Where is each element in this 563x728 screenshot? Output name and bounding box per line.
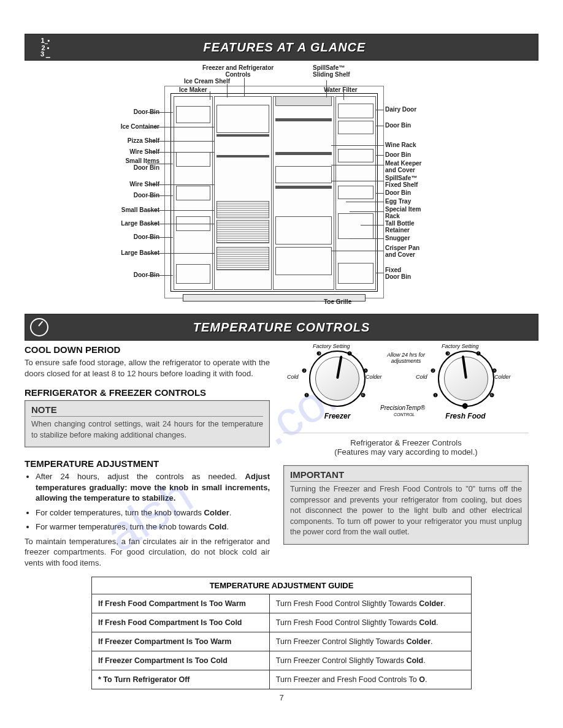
note-body: When changing control settings, wait 24 … xyxy=(31,419,263,441)
lbl-right-3: Door Bin xyxy=(385,151,411,158)
maintain-body: To maintain temperatures, a fan circulat… xyxy=(25,536,270,569)
factory-setting-1: Factory Setting xyxy=(313,343,350,349)
right-column: Factory Setting Cold Colder ❶ ❷ ❸ ❹ ❺ ❻ … xyxy=(283,341,529,571)
important-box: IMPORTANT Turning the Freezer and Fresh … xyxy=(283,465,529,545)
cold-2: Cold xyxy=(416,374,427,380)
lbl-ice-maker: Ice Maker xyxy=(179,86,207,93)
bullet-3: For warmer temperatures, turn the knob t… xyxy=(36,521,270,533)
cold-1: Cold xyxy=(287,374,299,380)
lbl-right-2: Wine Rack xyxy=(385,142,416,148)
lbl-toe-grille: Toe Grille xyxy=(324,298,351,305)
table-row: If Freezer Compartment Is Too WarmTurn F… xyxy=(92,632,472,651)
temp-adjustment-table: TEMPERATURE ADJUSTMENT GUIDE If Fresh Fo… xyxy=(91,577,472,689)
adj-bullets: After 24 hours, adjust the controls as n… xyxy=(36,471,270,533)
cool-down-body: To ensure safe food storage, allow the r… xyxy=(25,357,270,379)
temperature-controls-banner: TEMPERATURE CONTROLS xyxy=(25,314,538,341)
banner-title: FEATURES AT A GLANCE xyxy=(59,40,538,55)
lbl-right-5: SpillSafe™ Fixed Shelf xyxy=(385,175,418,188)
factory-setting-2: Factory Setting xyxy=(442,343,479,349)
note-box: NOTE When changing control settings, wai… xyxy=(25,400,270,447)
colder-2: Colder xyxy=(494,374,511,380)
important-body: Turning the Freezer and Fresh Food Contr… xyxy=(290,484,522,538)
lbl-right-10: Snugger xyxy=(385,235,410,241)
steps-123-icon: 1⎯▪2 ▪3 ⎯ xyxy=(25,34,59,60)
lbl-ice-cream-shelf: Ice Cream Shelf xyxy=(184,78,230,85)
colder-1: Colder xyxy=(366,374,382,380)
lbl-freezer-refrig-controls: Freezer and Refrigerator Controls xyxy=(202,64,274,78)
table-row: If Freezer Compartment Is Too ColdTurn F… xyxy=(92,651,472,670)
temp-adj-heading: TEMPERATURE ADJUSTMENT xyxy=(25,458,270,469)
features-banner: 1⎯▪2 ▪3 ⎯ FEATURES AT A GLANCE xyxy=(25,34,538,61)
lbl-right-7: Egg Tray xyxy=(385,198,411,205)
lbl-right-6: Door Bin xyxy=(385,189,411,196)
lbl-water-filter: Water Filter xyxy=(324,86,358,93)
banner2-title: TEMPERATURE CONTROLS xyxy=(53,320,538,335)
features-diagram: Freezer and Refrigerator Controls Ice Cr… xyxy=(25,64,538,306)
table-header: TEMPERATURE ADJUSTMENT GUIDE xyxy=(92,577,472,594)
lbl-right-0: Dairy Door xyxy=(385,106,416,113)
controls-diagram: Factory Setting Cold Colder ❶ ❷ ❸ ❹ ❺ ❻ … xyxy=(283,343,529,433)
controls-caption-1: Refrigerator & Freezer Controls xyxy=(283,438,529,447)
lbl-left-4: Small Items Door Bin xyxy=(125,157,159,171)
freezer-dial xyxy=(309,351,366,407)
freezer-label: Freezer xyxy=(313,412,362,420)
bullet-1: After 24 hours, adjust the controls as n… xyxy=(36,471,270,504)
lbl-right-1: Door Bin xyxy=(385,122,411,129)
note-title: NOTE xyxy=(31,404,263,417)
lbl-right-12: Fixed Door Bin xyxy=(385,267,411,280)
precisiontemp: PrecisionTemp® xyxy=(380,404,425,411)
lbl-right-9: Tall Bottle Retainer xyxy=(385,220,415,233)
important-title: IMPORTANT xyxy=(290,469,522,482)
controls-heading: REFRIGERATOR & FREEZER CONTROLS xyxy=(25,387,270,398)
table-row: If Fresh Food Compartment Is Too WarmTur… xyxy=(92,594,472,613)
lbl-right-11: Crisper Pan and Cover xyxy=(385,245,419,258)
control-small: CONTROL xyxy=(394,412,415,417)
manual-page: 1⎯▪2 ▪3 ⎯ FEATURES AT A GLANCE xyxy=(0,34,563,728)
controls-caption-2: (Features may vary according to model.) xyxy=(283,447,529,457)
left-column: COOL DOWN PERIOD To ensure safe food sto… xyxy=(25,341,270,571)
page-number: 7 xyxy=(0,693,563,702)
lbl-right-8: Special Item Rack xyxy=(385,206,421,219)
dial-icon xyxy=(25,318,53,336)
content-columns: COOL DOWN PERIOD To ensure safe food sto… xyxy=(25,341,538,571)
allow-24: Allow 24 hrs for adjustments xyxy=(385,352,427,364)
lbl-right-4: Meat Keeper and Cover xyxy=(385,160,421,173)
cool-down-heading: COOL DOWN PERIOD xyxy=(25,344,270,355)
freshfood-label: Fresh Food xyxy=(437,412,494,420)
bullet-2: For colder temperatures, turn the knob t… xyxy=(36,507,270,518)
lbl-spillsafe-sliding: SpillSafe™ Sliding Shelf xyxy=(313,64,350,78)
freshfood-dial xyxy=(438,351,494,407)
table-row: * To Turn Refrigerator OffTurn Freezer a… xyxy=(92,670,472,689)
table-row: If Fresh Food Compartment Is Too ColdTur… xyxy=(92,613,472,632)
